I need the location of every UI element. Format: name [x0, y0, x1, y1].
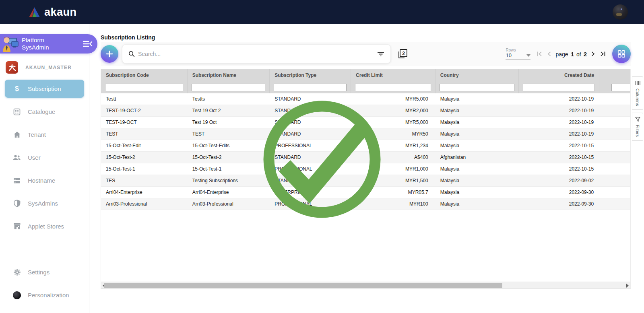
duplicate-pages-icon[interactable]: 2 [397, 48, 408, 60]
brand-name: akaun [44, 6, 77, 19]
table-cell: 2022-10-15 [519, 152, 599, 163]
last-page-button[interactable] [600, 51, 606, 57]
side-tab-columns[interactable]: Columns [632, 76, 643, 110]
table-cell: PROFESSIONAL [270, 198, 351, 210]
column-filter-input[interactable] [105, 84, 183, 91]
sidebar-item-settings[interactable]: Settings [5, 263, 84, 281]
next-page-button[interactable] [591, 51, 595, 57]
column-filter-input[interactable] [274, 84, 347, 91]
column-header-created-date[interactable]: Created Date [519, 69, 599, 81]
sidebar-item-personalization[interactable]: Personalization [5, 286, 84, 304]
column-header-country[interactable]: Country [436, 69, 519, 81]
table-row[interactable]: 15-Oct-Test-215-Oct-Test-2STANDARDA$400A… [101, 152, 630, 163]
scroll-right-arrow-icon[interactable] [626, 284, 629, 288]
table-cell: 15-Oct-Test-2 [188, 152, 270, 163]
column-filter-input[interactable] [611, 84, 631, 91]
sidebar-item-user[interactable]: User [5, 148, 84, 167]
sidebar-item-label: Hostname [28, 177, 55, 184]
column-header-subscription-type[interactable]: Subscription Type [270, 69, 351, 81]
table-cell: 15-Oct-Test-2 [101, 152, 188, 163]
column-filter-input[interactable] [440, 84, 515, 91]
prev-page-button[interactable] [547, 51, 551, 57]
page-indicator: page 1 of 2 [555, 51, 587, 58]
column-filter-input[interactable] [523, 84, 595, 91]
toolbar: Search... 2 Rows [101, 42, 631, 66]
table-row[interactable]: 15-Oct-Test-115-Oct-Test-1PROFESSIONALMY… [101, 163, 630, 175]
table-row[interactable]: Arri04-EnterpriseArri04-EnterpriseENTERP… [101, 187, 630, 198]
sidebar-item-applet-stores[interactable]: Applet Stores [5, 217, 84, 235]
table-cell: MYR2,000 [351, 105, 436, 116]
column-filter-cell [436, 81, 519, 93]
column-filter-input[interactable] [192, 84, 266, 91]
table-cell: Afghanistan [436, 152, 519, 163]
table-cell: 15-Oct-Test-1 [188, 163, 270, 175]
table-cell: Malaysia [436, 175, 519, 186]
scroll-thumb[interactable] [104, 283, 502, 288]
page-total: 2 [584, 51, 587, 58]
table-filter-row [101, 81, 630, 93]
column-header-extra[interactable] [599, 69, 630, 81]
table-cell: 2022-09-02 [519, 175, 599, 186]
horizontal-scrollbar[interactable] [101, 282, 630, 288]
shield-icon [12, 200, 22, 207]
table-cell: TEST-19-OCT [101, 117, 188, 128]
column-header-credit-limit[interactable]: Credit Limit [351, 69, 436, 81]
table-header-row: Subscription CodeSubscription NameSubscr… [101, 69, 630, 81]
menu-collapse-icon [83, 40, 93, 47]
workspace-banner[interactable]: Platform SysAdmin [0, 34, 97, 54]
page-label: page [555, 51, 568, 58]
table-row[interactable]: TEST-19-OCTTest 19 OctSTANDARDMYR5,000Ma… [101, 117, 630, 128]
add-subscription-button[interactable] [101, 45, 118, 63]
search-input[interactable]: Search... [122, 44, 391, 64]
users-icon [12, 154, 22, 161]
sidebar-item-catalogue[interactable]: Catalogue [5, 103, 84, 121]
sidebar-item-sysadmins[interactable]: SysAdmins [5, 194, 84, 212]
table-cell: TEST [188, 128, 270, 140]
svg-text:2: 2 [402, 51, 405, 56]
sidebar-item-hostname[interactable]: Hostname [5, 171, 84, 189]
table-row[interactable]: TESTTESTSTANDARDMYR50Malaysia2022-10-19 [101, 128, 630, 140]
filter-list-icon[interactable] [377, 51, 384, 57]
table-row[interactable]: 15-Oct-Test-Edit15-Oct-Test-EditsPROFESS… [101, 140, 630, 152]
table-empty-area [101, 210, 630, 282]
table-cell: MYR100 [351, 198, 436, 210]
table-row[interactable]: TesttTesttsSTANDARDMYR5,000Malaysia2022-… [101, 93, 630, 105]
sidebar-item-tenant[interactable]: Tenant [5, 126, 84, 144]
table-cell: Test 19 Oct 2 [188, 105, 270, 116]
table-cell: STANDARD [270, 105, 351, 116]
column-filter-cell [270, 81, 351, 93]
table-cell: Arri03-Professional [188, 198, 270, 210]
table-row[interactable]: Arri03-ProfessionalArri03-ProfessionalPR… [101, 198, 630, 210]
table-cell: Testts [188, 93, 270, 105]
grid-view-button[interactable] [612, 45, 631, 63]
column-filter-cell [599, 81, 630, 93]
search-icon [128, 51, 135, 57]
table-cell: 15-Oct-Test-Edits [188, 140, 270, 151]
table-row[interactable]: TEST-19-OCT-2Test 19 Oct 2STANDARDMYR2,0… [101, 105, 630, 117]
user-avatar[interactable] [613, 4, 628, 20]
table-cell: MYR5,000 [351, 117, 436, 128]
first-page-button[interactable] [537, 51, 543, 57]
table-cell: PROFESSIONAL [270, 163, 351, 175]
table-cell: Malaysia [436, 140, 519, 151]
column-header-subscription-code[interactable]: Subscription Code [101, 69, 188, 81]
table-cell [599, 140, 630, 151]
column-header-subscription-name[interactable]: Subscription Name [188, 69, 270, 81]
table-cell: 2022-10-19 [519, 117, 599, 128]
table-cell: MYR50 [351, 128, 436, 140]
side-tab-filters[interactable]: Filters [632, 113, 643, 141]
table-cell: Malaysia [436, 163, 519, 175]
catalogue-icon [12, 108, 22, 115]
table-cell [599, 198, 630, 210]
column-filter-input[interactable] [355, 84, 431, 91]
table-cell [599, 163, 630, 175]
column-filter-cell [351, 81, 436, 93]
sidebar-item-subscription[interactable]: $Subscription [5, 80, 84, 98]
master-entity[interactable]: AKAUN_MASTER [6, 61, 89, 74]
table-row[interactable]: TESTesting SubscriptionsSTANDARDMYR1,500… [101, 175, 630, 187]
sidebar-nav: $SubscriptionCatalogueTenantUserHostname… [0, 77, 89, 238]
collapse-sidebar-button[interactable] [83, 40, 93, 47]
rows-per-page-select[interactable]: Rows 10 [506, 48, 530, 60]
table-cell: 2022-09-30 [519, 187, 599, 198]
rows-caret-icon [526, 54, 530, 57]
